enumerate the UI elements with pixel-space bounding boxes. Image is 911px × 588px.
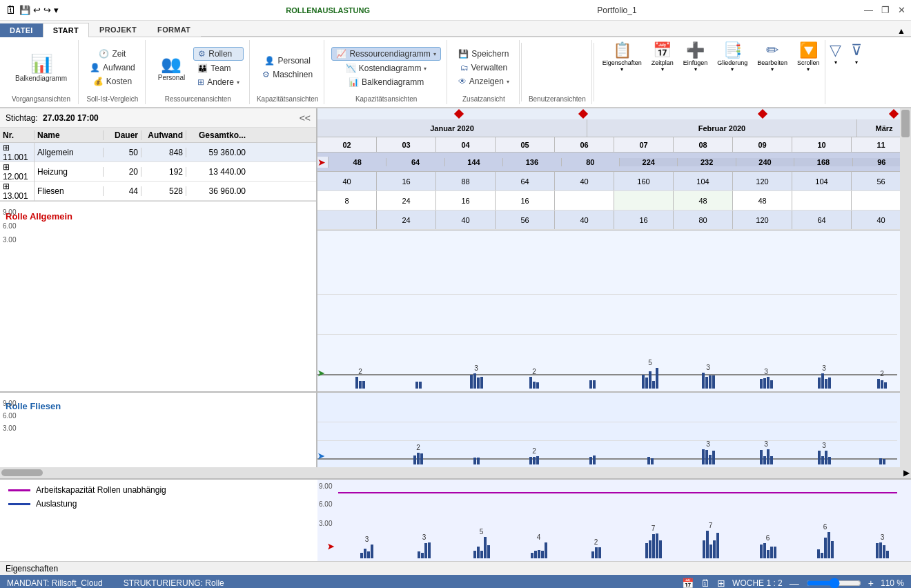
einfuegen-button[interactable]: ➕ Einfügen ▾ bbox=[679, 40, 712, 104]
quick-access-undo[interactable]: ↩ bbox=[33, 5, 41, 15]
tab-start[interactable]: START bbox=[43, 23, 89, 37]
restore-button[interactable]: ❐ bbox=[881, 5, 890, 15]
maschinen-button[interactable]: ⚙ Maschinen bbox=[258, 68, 317, 81]
personal-ressource-button[interactable]: 👥 Personal bbox=[153, 41, 190, 94]
zoom-slider[interactable] bbox=[806, 578, 861, 588]
legend-line-purple bbox=[8, 489, 30, 491]
data-cell: 104 bbox=[792, 172, 852, 190]
scrollbar-thumb[interactable] bbox=[901, 110, 910, 137]
allgemein-data-row: 401688644016010412010456 bbox=[317, 172, 911, 191]
main-area: Stichtag: 27.03.20 17:00 << Nr. Name Dau… bbox=[0, 108, 911, 561]
rollen-button[interactable]: ⚙ Rollen bbox=[193, 47, 244, 61]
bottom-y-9: 9.00 bbox=[319, 482, 332, 490]
aufwand-button[interactable]: 👤 Aufwand bbox=[86, 61, 139, 74]
gliederung-dropdown[interactable]: ▾ bbox=[731, 66, 734, 72]
table-row[interactable]: ⊞ 12.001 Heizung 20 192 13 440.00 bbox=[0, 162, 316, 182]
bar-group bbox=[331, 393, 389, 464]
gliederung-button[interactable]: 📑 Gliederung ▾ bbox=[713, 40, 752, 104]
bottom-y-3: 3.00 bbox=[319, 520, 332, 527]
hscroll-thumb[interactable] bbox=[1, 469, 43, 476]
horizontal-scrollbar[interactable]: ▶ bbox=[0, 467, 911, 478]
quick-access-redo[interactable]: ↪ bbox=[43, 5, 51, 15]
data-cell: 24 bbox=[377, 191, 436, 210]
kostendiagramm-dropdown[interactable]: ▾ bbox=[424, 66, 427, 72]
filter-button[interactable]: ▽ ▾ bbox=[825, 40, 845, 104]
zoom-minus[interactable]: — bbox=[790, 578, 799, 588]
bar-group bbox=[563, 231, 621, 389]
clock-icon: 🕐 bbox=[99, 49, 109, 59]
eigenschaften-dropdown[interactable]: ▾ bbox=[620, 66, 623, 72]
data-cell: 16 bbox=[436, 191, 496, 210]
einfuegen-dropdown[interactable]: ▾ bbox=[694, 66, 697, 72]
bottom-chart: 9.00 6.00 3.00 ➤ 3354277663 bbox=[317, 480, 911, 561]
week-row: 02030405060708091011 bbox=[317, 137, 911, 153]
split-area: Stichtag: 27.03.20 17:00 << Nr. Name Dau… bbox=[0, 108, 911, 467]
close-button[interactable]: ✕ bbox=[898, 5, 905, 15]
tab-projekt[interactable]: PROJEKT bbox=[89, 22, 147, 37]
legend-area: Arbeitskapazität Rollen unabhängig Ausla… bbox=[0, 480, 317, 561]
ribbon-group-diagramm: 📈 Ressourcendiagramm ▾ 📉 Kostendiagramm … bbox=[326, 40, 447, 104]
chart-fliesen-bars: 22333 bbox=[331, 393, 911, 467]
header-name: Name bbox=[35, 130, 104, 140]
total-cell: 48 bbox=[329, 158, 386, 166]
speichern-icon: 💾 bbox=[458, 49, 469, 59]
data-cell: 40 bbox=[555, 172, 614, 190]
bearbeiten-button[interactable]: ✏ Bearbeiten ▾ bbox=[753, 40, 792, 104]
filter2-button[interactable]: ⊽ ▾ bbox=[847, 40, 866, 104]
minimize-button[interactable]: — bbox=[864, 5, 873, 15]
total-cell: 136 bbox=[503, 158, 561, 166]
tab-format[interactable]: FORMAT bbox=[147, 22, 201, 37]
team-button[interactable]: 👪 Team bbox=[193, 62, 244, 75]
zeit-button[interactable]: 🕐 Zeit bbox=[95, 48, 130, 60]
ribbon-collapse-button[interactable]: ▲ bbox=[892, 26, 911, 37]
week-cell: 09 bbox=[733, 137, 792, 152]
total-cell: 232 bbox=[678, 158, 736, 166]
data-cell: 160 bbox=[614, 172, 674, 190]
personal-kap-button[interactable]: 👤 Personal bbox=[260, 55, 314, 67]
ribbon-group-zusatz: 💾 Speichern 🗂 Verwalten 👁 Anzeigen ▾ Zus… bbox=[449, 40, 520, 104]
total-cell: 80 bbox=[562, 158, 620, 166]
zoom-level: 110 % bbox=[881, 578, 904, 588]
title-bar: 🗓 💾 ↩ ↪ ▾ ROLLENAUSLASTUNG Portfolio_1 —… bbox=[0, 0, 911, 21]
rollen-icon: ⚙ bbox=[198, 49, 206, 59]
right-panel: Januar 2020 Februar 2020 März 0203040506… bbox=[317, 108, 911, 467]
kostendiagramm-button[interactable]: 📉 Kostendiagramm ▾ bbox=[342, 62, 431, 75]
eigenschaften-button[interactable]: 📋 Eigenschaften ▾ bbox=[598, 40, 646, 104]
balkendiagramm-button[interactable]: 📊 Balkendiagramm bbox=[10, 41, 72, 94]
quick-access-save[interactable]: 💾 bbox=[19, 5, 30, 15]
ressourcendiagramm-dropdown[interactable]: ▾ bbox=[433, 51, 436, 57]
nav-back-button[interactable]: << bbox=[300, 112, 311, 124]
filter2-icon: ⊽ bbox=[851, 41, 862, 59]
anzeigen-button[interactable]: 👁 Anzeigen ▾ bbox=[454, 75, 513, 88]
quick-access-expand[interactable]: ▾ bbox=[54, 5, 59, 15]
bar-group: 2 bbox=[505, 393, 563, 464]
personal-kap-icon: 👤 bbox=[264, 56, 275, 66]
table-row[interactable]: ⊞ 13.001 Fliesen 44 528 36 960.00 bbox=[0, 182, 316, 201]
balkendiagramm2-button[interactable]: 📊 Balkendiagramm bbox=[344, 76, 428, 88]
bearbeiten-dropdown[interactable]: ▾ bbox=[771, 66, 774, 72]
tab-datei[interactable]: DATEI bbox=[0, 23, 43, 37]
verwalten-button[interactable]: 🗂 Verwalten bbox=[456, 61, 512, 74]
zoom-plus[interactable]: + bbox=[868, 578, 874, 588]
kosten-button[interactable]: 💰 Kosten bbox=[89, 75, 136, 88]
table-row[interactable]: ⊞ 11.001 Allgemein 50 848 59 360.00 bbox=[0, 143, 316, 162]
vertical-scrollbar[interactable] bbox=[900, 108, 911, 467]
title-bar-left: 🗓 💾 ↩ ↪ ▾ bbox=[6, 4, 59, 17]
scrollen-dropdown[interactable]: ▾ bbox=[807, 66, 810, 72]
zeitplan-dropdown[interactable]: ▾ bbox=[661, 66, 664, 72]
zeitplan-button[interactable]: 📅 Zeitplan ▾ bbox=[647, 40, 678, 104]
ressourcendiagramm-button[interactable]: 📈 Ressourcendiagramm ▾ bbox=[331, 47, 440, 61]
data-cell: 16 bbox=[496, 191, 555, 210]
anzeigen-dropdown[interactable]: ▾ bbox=[507, 79, 509, 85]
total-row: ➤ 48641441368022423224016896 bbox=[317, 153, 911, 172]
scrollen-button[interactable]: 🔽 Scrollen ▾ bbox=[793, 40, 824, 104]
anzeigen-icon: 👁 bbox=[458, 77, 467, 86]
team-icon: 👪 bbox=[197, 63, 208, 73]
hscroll-right[interactable]: ▶ bbox=[903, 468, 910, 478]
andere-dropdown-icon: ▾ bbox=[237, 79, 239, 86]
bar-group bbox=[621, 393, 679, 464]
andere-button[interactable]: ⊞ Andere ▾ bbox=[193, 76, 244, 88]
header-nr: Nr. bbox=[0, 130, 35, 140]
speichern-button[interactable]: 💾 Speichern bbox=[454, 48, 513, 60]
stichtag-bar: Stichtag: 27.03.20 17:00 << bbox=[0, 108, 316, 128]
